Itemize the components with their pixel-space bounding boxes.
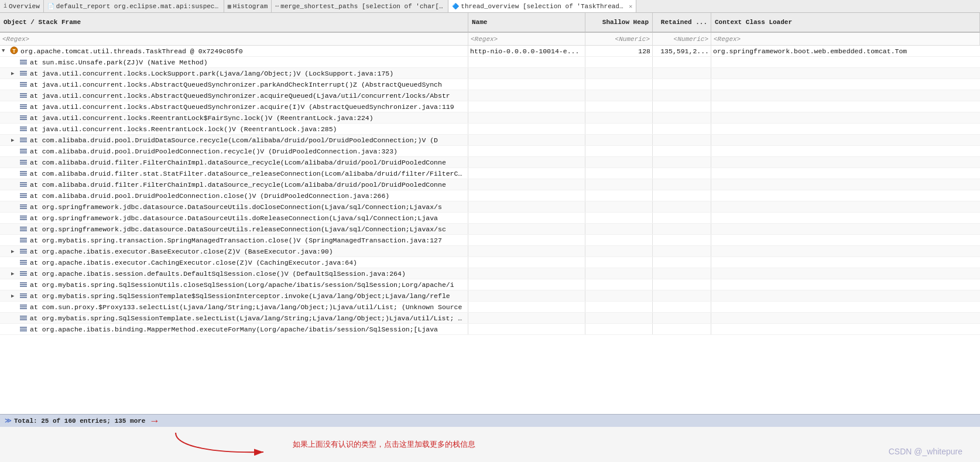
cell-object-frame-9: ▶at com.alibaba.druid.pool.DruidDataSour… xyxy=(0,135,468,145)
tab-overview[interactable]: iOverview xyxy=(0,0,44,12)
tab-close-thread_overview[interactable]: ✕ xyxy=(629,3,632,10)
filter-name[interactable]: <Regex> xyxy=(468,33,585,45)
table-row[interactable]: at com.sun.proxy.$Proxy133.selectList(Lj… xyxy=(0,302,980,313)
tab-merge_shortest[interactable]: ↔merge_shortest_paths [selection of 'cha… xyxy=(272,0,448,12)
svg-rect-29 xyxy=(20,160,27,161)
row-text: at org.apache.ibatis.executor.CachingExe… xyxy=(30,259,357,266)
table-row[interactable]: ▶at com.alibaba.druid.pool.DruidDataSour… xyxy=(0,135,980,146)
stack-frame-icon xyxy=(19,80,29,89)
table-row[interactable]: at com.alibaba.druid.filter.FilterChainI… xyxy=(0,157,980,168)
col-header-shallow[interactable]: Shallow Heap xyxy=(585,13,653,32)
table-row[interactable]: at org.mybatis.spring.SqlSessionUtils.cl… xyxy=(0,279,980,290)
svg-rect-51 xyxy=(20,239,27,241)
svg-rect-4 xyxy=(20,63,27,64)
table-row[interactable]: ▶at org.mybatis.spring.SqlSessionTemplat… xyxy=(0,290,980,302)
col-header-retained[interactable]: Retained ... xyxy=(653,13,711,32)
cell-context-1: org.springframework.boot.web.embedded.to… xyxy=(711,46,980,56)
footer-arrow: → xyxy=(151,415,157,427)
cell-object-frame-25: at org.mybatis.spring.SqlSessionTemplate… xyxy=(0,313,468,323)
cell-shallow-17 xyxy=(585,224,653,234)
table-row[interactable]: at com.alibaba.druid.pool.DruidPooledCon… xyxy=(0,190,980,201)
table-row[interactable]: at org.mybatis.spring.transaction.Spring… xyxy=(0,235,980,246)
table-row[interactable]: at org.springframework.jdbc.datasource.D… xyxy=(0,224,980,235)
table-row[interactable]: at java.util.concurrent.locks.ReentrantL… xyxy=(0,124,980,135)
table-row[interactable]: ▶at java.util.concurrent.locks.LockSuppo… xyxy=(0,68,980,79)
filter-shallow[interactable]: <Numeric> xyxy=(585,33,653,45)
svg-rect-21 xyxy=(20,128,27,129)
table-row[interactable]: at java.util.concurrent.locks.AbstractQu… xyxy=(0,101,980,112)
stack-frame-icon xyxy=(19,69,29,78)
svg-rect-12 xyxy=(20,95,27,96)
table-row[interactable]: at sun.misc.Unsafe.park(ZJ)V (Native Met… xyxy=(0,57,980,68)
svg-rect-68 xyxy=(20,304,27,306)
svg-rect-26 xyxy=(20,149,27,150)
stack-frame-icon xyxy=(19,169,29,178)
svg-rect-43 xyxy=(20,208,27,209)
table-row[interactable]: ▼Torg.apache.tomcat.util.threads.TaskThr… xyxy=(0,46,980,57)
row-text: at org.mybatis.spring.SqlSessionUtils.cl… xyxy=(30,281,454,289)
cell-context-14 xyxy=(711,190,980,201)
expand-icon[interactable]: ▶ xyxy=(11,271,19,277)
tab-label-merge_shortest: merge_shortest_paths [selection of 'char… xyxy=(280,3,444,10)
svg-rect-23 xyxy=(20,138,27,139)
cell-retained-17 xyxy=(653,224,711,234)
table-row[interactable]: at org.apache.ibatis.executor.CachingExe… xyxy=(0,257,980,268)
table-row[interactable]: ▶at org.apache.ibatis.executor.BaseExecu… xyxy=(0,246,980,257)
expand-icon[interactable]: ▶ xyxy=(11,248,19,255)
table-row[interactable]: at java.util.concurrent.locks.AbstractQu… xyxy=(0,79,980,90)
col-header-name[interactable]: Name xyxy=(468,13,585,32)
svg-rect-56 xyxy=(20,260,27,261)
filter-retained[interactable]: <Numeric> xyxy=(653,33,711,45)
table-row[interactable]: at com.alibaba.druid.filter.FilterChainI… xyxy=(0,179,980,190)
footer-text: Total: 25 of 160 entries; 135 more xyxy=(14,417,145,425)
col-header-context[interactable]: Context Class Loader xyxy=(711,13,980,32)
tab-thread_overview[interactable]: 🔷thread_overview [selection of 'TaskThre… xyxy=(448,0,636,13)
table-row[interactable]: at java.util.concurrent.locks.AbstractQu… xyxy=(0,90,980,101)
table-row[interactable]: at com.alibaba.druid.filter.stat.StatFil… xyxy=(0,168,980,179)
table-row[interactable]: at java.util.concurrent.locks.ReentrantL… xyxy=(0,112,980,124)
annotation-area: 如果上面没有认识的类型，点击这里加载更多的栈信息 CSDN @_whitepur… xyxy=(0,427,980,462)
cell-context-12 xyxy=(711,168,980,179)
table-row[interactable]: at org.springframework.jdbc.datasource.D… xyxy=(0,201,980,213)
row-text: at com.alibaba.druid.filter.FilterChainI… xyxy=(30,159,446,166)
expand-icon[interactable]: ▶ xyxy=(11,137,19,143)
table-row[interactable]: at com.alibaba.druid.pool.DruidPooledCon… xyxy=(0,146,980,157)
svg-rect-28 xyxy=(20,152,27,153)
expand-icon[interactable]: ▶ xyxy=(11,293,19,299)
filter-context[interactable]: <Regex> xyxy=(711,33,980,45)
stack-frame-icon xyxy=(19,214,29,223)
filter-object-frame[interactable]: <Regex> xyxy=(0,33,468,45)
svg-rect-54 xyxy=(20,251,27,252)
cell-shallow-3 xyxy=(585,68,653,78)
cell-shallow-8 xyxy=(585,124,653,134)
svg-rect-17 xyxy=(20,115,27,117)
cell-context-24 xyxy=(711,302,980,312)
row-text: at org.mybatis.spring.SqlSessionTemplate… xyxy=(30,292,450,300)
table-row[interactable]: at org.apache.ibatis.binding.MapperMetho… xyxy=(0,324,980,335)
svg-rect-39 xyxy=(20,195,27,196)
cell-context-4 xyxy=(711,79,980,90)
cell-shallow-20 xyxy=(585,257,653,268)
row-text: at org.apache.ibatis.binding.MapperMetho… xyxy=(30,326,438,333)
cell-object-frame-19: ▶at org.apache.ibatis.executor.BaseExecu… xyxy=(0,246,468,256)
table-row[interactable]: at org.springframework.jdbc.datasource.D… xyxy=(0,213,980,224)
cell-context-19 xyxy=(711,246,980,256)
col-header-object-frame[interactable]: Object / Stack Frame xyxy=(0,13,468,32)
svg-rect-40 xyxy=(20,197,27,198)
footer[interactable]: ≫ Total: 25 of 160 entries; 135 more → xyxy=(0,414,980,427)
svg-rect-59 xyxy=(20,271,27,272)
tree-area[interactable]: ▼Torg.apache.tomcat.util.threads.TaskThr… xyxy=(0,46,980,414)
tab-label-overview: Overview xyxy=(9,3,40,10)
stack-frame-icon xyxy=(19,269,29,278)
table-row[interactable]: ▶at org.apache.ibatis.session.defaults.D… xyxy=(0,268,980,279)
table-row[interactable]: at org.mybatis.spring.SqlSessionTemplate… xyxy=(0,313,980,324)
tab-default_report[interactable]: 📄default_report org.eclipse.mat.api:susp… xyxy=(44,0,224,12)
expand-icon[interactable]: ▶ xyxy=(11,70,19,77)
svg-rect-63 xyxy=(20,284,27,285)
cell-context-2 xyxy=(711,57,980,67)
expand-icon[interactable]: ▼ xyxy=(2,48,10,54)
stack-frame-icon xyxy=(19,303,29,312)
tab-histogram[interactable]: ▦Histogram xyxy=(224,0,272,12)
svg-rect-65 xyxy=(20,293,27,295)
cell-name-23 xyxy=(468,290,585,301)
